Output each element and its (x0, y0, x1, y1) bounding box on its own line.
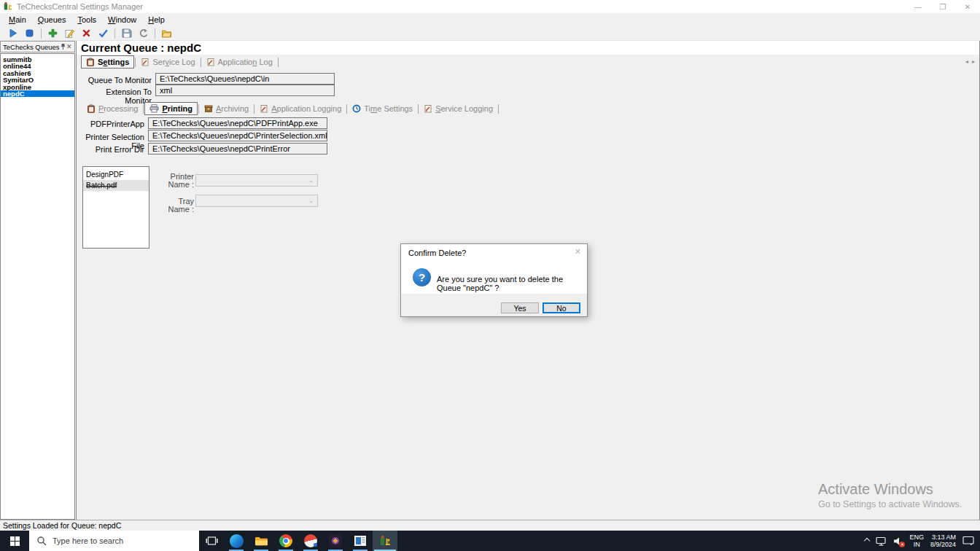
taskbar-app-techecks[interactable] (373, 531, 397, 551)
design-list-item[interactable]: DesignPDF (83, 169, 149, 180)
close-panel-icon[interactable]: ✕ (66, 43, 72, 50)
delete-queue-button[interactable] (79, 27, 94, 40)
save-icon (121, 28, 132, 39)
tab-time-settings[interactable]: Time Settings (348, 103, 417, 114)
run-icon (7, 28, 18, 39)
clipboard-icon (86, 58, 95, 66)
tab-processing[interactable]: Processing (82, 103, 142, 114)
queue-list-item-selected[interactable]: nepdC (1, 90, 74, 97)
tab-separator (278, 58, 279, 67)
queue-to-monitor-field[interactable]: E:\TeChecks\Queues\nepdC\in (155, 73, 335, 85)
design-list-item-selected[interactable]: Batch.pdf (83, 180, 149, 191)
log-icon (260, 104, 268, 113)
log-icon (206, 58, 215, 66)
minimize-button[interactable]: — (906, 0, 930, 13)
menu-tools[interactable]: Tools (71, 13, 102, 26)
printer-name-label: Printer Name : (159, 173, 194, 189)
chevron-down-icon: ⌄ (308, 177, 317, 184)
dialog-message: Are you sure you want to delete the Queu… (437, 275, 587, 292)
tab-scroll-right-icon[interactable]: ▸ (972, 58, 975, 65)
queues-panel-title: TeChecks Queues (3, 43, 60, 51)
archive-box-icon (204, 104, 213, 113)
pdf-printer-app-field[interactable]: E:\TeChecks\Queues\nepdC\PDFPrintApp.exe (148, 117, 327, 129)
menu-help[interactable]: Help (142, 13, 171, 26)
tab-printing[interactable]: Printing (144, 102, 198, 115)
dialog-close-icon[interactable]: ✕ (575, 247, 581, 257)
taskbar-search[interactable]: Type here to search (29, 531, 199, 551)
title-bar: TeChecksCentral Settings Manager — ❐ ✕ (0, 0, 980, 13)
tab-service-log[interactable]: Service Log (136, 56, 199, 68)
taskbar-app-red[interactable] (298, 531, 323, 551)
yes-button[interactable]: Yes (501, 302, 539, 313)
tab-scroll-left-icon[interactable]: ◂ (965, 58, 968, 65)
search-icon (36, 536, 47, 546)
window-title: TeChecksCentral Settings Manager (17, 2, 143, 11)
clock[interactable]: 3:13 AM 8/9/2024 (930, 534, 956, 548)
taskbar-app-file-explorer[interactable] (249, 531, 273, 551)
file-explorer-icon (254, 535, 268, 547)
save-button[interactable] (119, 27, 134, 40)
run-button[interactable] (5, 27, 20, 40)
tab-application-logging[interactable]: Application Logging (255, 103, 346, 114)
apply-button[interactable] (96, 27, 111, 40)
system-tray: ✕ ENG IN 3:13 AM 8/9/2024 (865, 531, 980, 551)
volume-muted-button[interactable]: ✕ (893, 536, 903, 546)
print-error-dir-field[interactable]: E:\TeChecks\Queues\nepdC\PrintError (148, 143, 327, 155)
taskbar-app-chrome[interactable] (273, 531, 298, 551)
language-indicator[interactable]: ENG IN (909, 534, 924, 548)
menu-main[interactable]: Main (3, 13, 32, 26)
no-button[interactable]: No (542, 302, 580, 313)
stop-icon (24, 28, 35, 39)
confirm-delete-dialog: Confirm Delete? ✕ ? Are you sure you wan… (400, 243, 588, 317)
tray-name-combo[interactable]: ⌄ (195, 195, 318, 207)
tab-settings[interactable]: Settings (81, 55, 134, 69)
status-text: Settings Loaded for Queue: nepdC (3, 521, 121, 530)
tray-expand-icon[interactable] (864, 538, 870, 544)
open-folder-icon (161, 28, 172, 39)
design-listbox: DesignPDF Batch.pdf (82, 166, 149, 249)
menu-window[interactable]: Window (102, 13, 142, 26)
log-icon (141, 58, 149, 66)
open-button[interactable] (159, 27, 174, 40)
menu-bar: Main Queues Tools Window Help (0, 13, 980, 26)
undo-button[interactable] (136, 27, 151, 40)
app-logo-icon (3, 1, 13, 12)
print-error-dir-label: Print Error Dir (77, 145, 144, 154)
tray-date: 8/9/2024 (930, 541, 956, 548)
pdf-printer-app-label: PDFPrinterApp (77, 120, 144, 128)
question-icon: ? (413, 268, 431, 286)
start-button[interactable] (0, 531, 29, 551)
printer-name-combo[interactable]: ⌄ (195, 174, 318, 187)
pin-icon[interactable] (60, 43, 66, 50)
stop-button[interactable] (22, 27, 37, 40)
tab-application-log[interactable]: Application Log (202, 56, 277, 68)
task-view-button[interactable] (199, 531, 224, 551)
add-queue-button[interactable] (45, 27, 61, 40)
tab-service-logging[interactable]: Service Logging (419, 103, 497, 114)
tab-separator (418, 104, 419, 114)
search-placeholder: Type here to search (52, 536, 123, 545)
menu-queues[interactable]: Queues (32, 13, 72, 26)
tab-separator (346, 104, 347, 114)
maximize-button[interactable]: ❐ (930, 0, 955, 13)
tray-time: 3:13 AM (930, 534, 956, 541)
techecks-app-icon (378, 534, 392, 547)
action-center-icon[interactable] (962, 536, 974, 546)
taskbar-app-edge[interactable] (224, 531, 249, 551)
inner-tab-strip: Processing Printing Archiving Applicatio… (82, 102, 499, 115)
edit-queue-button[interactable] (62, 27, 77, 40)
edge-icon (230, 534, 244, 548)
printer-selection-file-field[interactable]: E:\TeChecks\Queues\nepdC\PrinterSelectio… (148, 130, 327, 141)
taskbar: Type here to search ✕ ENG IN 3:13 AM 8/9… (0, 531, 980, 551)
network-icon[interactable] (876, 536, 887, 546)
add-icon (47, 28, 58, 39)
mute-badge-icon: ✕ (899, 542, 905, 547)
delete-icon (81, 28, 92, 39)
close-button[interactable]: ✕ (955, 0, 980, 13)
taskbar-app-dark[interactable] (323, 531, 348, 551)
tab-separator (198, 104, 199, 114)
taskbar-app-document[interactable] (348, 531, 373, 551)
tab-separator (498, 104, 499, 114)
extension-to-monitor-field[interactable]: xml (155, 85, 335, 96)
tab-archiving[interactable]: Archiving (200, 103, 253, 114)
